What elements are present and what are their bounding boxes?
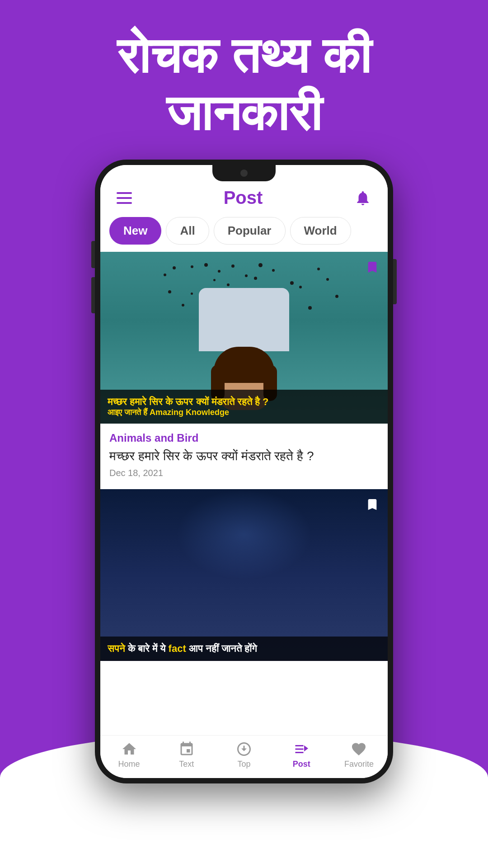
header-line2: जानकारी	[166, 85, 322, 141]
nav-home-label: Home	[118, 760, 140, 769]
page-header-title: रोचक तथ्य की जानकारी	[36, 27, 452, 142]
card2-image: सपने के बारे में ये fact आप नहीं जानते ह…	[100, 489, 388, 661]
card1-overlay-main: मच्छर हमारे सिर के ऊपर क्यों मंडराते रहत…	[108, 396, 380, 408]
phone-screen: Post New All Popular World	[100, 165, 388, 778]
card1-date: Dec 18, 2021	[109, 468, 379, 478]
card1-category: Animals and Bird	[109, 432, 379, 444]
notification-bell-icon[interactable]	[354, 189, 371, 207]
post-card-2[interactable]: सपने के बारे में ये fact आप नहीं जानते ह…	[100, 489, 388, 661]
nav-post[interactable]: Post	[273, 741, 330, 769]
nav-top-label: Top	[237, 760, 250, 769]
tab-new[interactable]: New	[109, 217, 161, 245]
app-title: Post	[224, 188, 263, 208]
menu-icon[interactable]	[117, 192, 132, 204]
card2-overlay: सपने के बारे में ये fact आप नहीं जानते ह…	[100, 637, 388, 661]
nav-text-label: Text	[179, 760, 194, 769]
nav-post-label: Post	[293, 760, 310, 769]
nav-text[interactable]: Text	[158, 741, 215, 769]
content-area: मच्छर हमारे सिर के ऊपर क्यों मंडराते रहत…	[100, 252, 388, 735]
tab-world[interactable]: World	[290, 217, 351, 245]
vol-up-button	[91, 241, 95, 268]
nav-favorite[interactable]: Favorite	[330, 741, 388, 769]
nav-top[interactable]: Top	[215, 741, 272, 769]
tab-all[interactable]: All	[166, 217, 209, 245]
card1-title: मच्छर हमारे सिर के ऊपर क्यों मंडराते रहत…	[109, 448, 379, 464]
nav-home[interactable]: Home	[100, 741, 158, 769]
card2-overlay-text: सपने के बारे में ये fact आप नहीं जानते ह…	[108, 643, 380, 655]
card1-overlay-sub: आइए जानते हैं Amazing Knowledge	[108, 408, 380, 417]
header-line1: रोचक तथ्य की	[117, 28, 371, 83]
card1-info: Animals and Bird मच्छर हमारे सिर के ऊपर …	[100, 424, 388, 487]
app-header: Post	[100, 165, 388, 217]
bottom-nav: Home Text Top	[100, 735, 388, 778]
tab-bar: New All Popular World	[100, 217, 388, 252]
card1-image: मच्छर हमारे सिर के ऊपर क्यों मंडराते रहत…	[100, 252, 388, 424]
phone-frame: Post New All Popular World	[95, 160, 393, 783]
post-card-1[interactable]: मच्छर हमारे सिर के ऊपर क्यों मंडराते रहत…	[100, 252, 388, 487]
bookmark-button-2[interactable]	[363, 495, 381, 514]
bookmark-button-1[interactable]	[363, 258, 381, 276]
card1-overlay: मच्छर हमारे सिर के ऊपर क्यों मंडराते रहत…	[100, 390, 388, 424]
tab-popular[interactable]: Popular	[214, 217, 286, 245]
power-button	[393, 259, 397, 304]
nav-favorite-label: Favorite	[344, 760, 374, 769]
vol-down-button	[91, 277, 95, 313]
